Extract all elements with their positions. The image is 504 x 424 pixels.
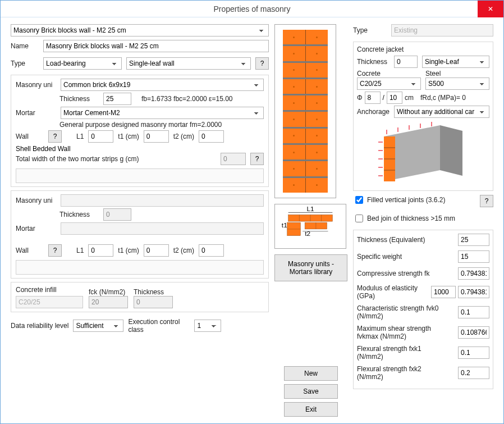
slash-label: / xyxy=(383,94,384,102)
titlebar: Properties of masonry ✕ xyxy=(1,1,503,17)
library-button[interactable]: Masonry units - Mortars library xyxy=(274,254,347,281)
brick-preview xyxy=(274,24,336,198)
save-button[interactable]: Save xyxy=(284,384,338,399)
filled-joints-label: Filled vertical joints (3.6.2) xyxy=(367,196,445,204)
help-wall1-button[interactable]: ? xyxy=(48,130,62,143)
name-label: Name xyxy=(11,42,39,50)
frd-label: fRd,c (MPa)= 0 xyxy=(420,94,466,102)
fvkmax-input[interactable] xyxy=(458,326,489,339)
masonry-selector[interactable]: Masonry Brick blocks wall - M2 25 cm xyxy=(11,24,269,37)
close-icon: ✕ xyxy=(488,5,493,13)
help-wall2-button[interactable]: ? xyxy=(48,244,62,257)
name-input[interactable] xyxy=(43,40,269,52)
anchorage-select[interactable]: Without any additional car xyxy=(394,106,489,118)
cross-section-diagram: L1 t1 t2 xyxy=(274,204,346,249)
E-label: Modulus of elasticity (GPa) xyxy=(357,284,424,300)
help-walltype-button[interactable]: ? xyxy=(255,57,269,70)
t1-1-label: t1 (cm) xyxy=(118,133,139,140)
wall1-label: Wall xyxy=(16,133,44,140)
unit1-select[interactable]: Common brick 6x9x19 xyxy=(61,79,264,91)
jacket-steel-label: Steel xyxy=(425,70,489,77)
svg-text:t2: t2 xyxy=(305,230,310,238)
t2-2-label: t2 (cm) xyxy=(173,247,194,254)
jacket-concrete-select[interactable]: C20/25 xyxy=(357,77,421,90)
fk-label: Compressive strength fk xyxy=(357,270,429,277)
t1-1-input[interactable] xyxy=(144,130,169,143)
fk-input[interactable] xyxy=(458,267,489,280)
filled-joints-checkbox[interactable] xyxy=(355,196,363,204)
L1-1-label: L1 xyxy=(76,133,84,140)
jacket-thk-input[interactable] xyxy=(394,56,418,68)
concrete-jacket-group: Concrete jacket Thickness Single-Leaf Co… xyxy=(353,42,493,191)
unit1-label: Masonry uni xyxy=(16,81,56,89)
fxk1-input[interactable] xyxy=(458,347,489,359)
t1-2-label: t1 (cm) xyxy=(118,247,139,254)
fvk0-input[interactable] xyxy=(458,306,489,318)
spacing-input[interactable] xyxy=(387,92,402,104)
close-button[interactable]: ✕ xyxy=(478,1,503,17)
fb-text: fb=1.6733 fbc=2.0000 ε=15.00 xyxy=(141,95,233,103)
jacket-thk-label: Thickness xyxy=(357,58,390,66)
t2-2-input[interactable] xyxy=(199,244,224,257)
jacket-title: Concrete jacket xyxy=(357,45,489,53)
bed-joint-label: Bed join of thickness >15 mm xyxy=(367,215,455,222)
right-type-label: Type xyxy=(353,26,387,34)
mortar2-select xyxy=(61,222,264,235)
unit2-label: Masonry uni xyxy=(16,197,56,204)
L1-2-label: L1 xyxy=(76,247,84,254)
type-label: Type xyxy=(11,60,39,67)
thk1-input[interactable] xyxy=(103,93,131,105)
E-input[interactable] xyxy=(458,286,489,298)
shell-text: Total width of the two mortar strips g (… xyxy=(16,155,216,163)
jacket-diagram xyxy=(367,120,479,187)
jacket-steel-select[interactable]: S500 xyxy=(425,77,489,90)
cm-label: cm xyxy=(405,94,414,102)
E-mult-input[interactable] xyxy=(431,286,456,298)
t1-2-input[interactable] xyxy=(144,244,169,257)
jacket-leaf-select[interactable]: Single-Leaf xyxy=(422,56,489,68)
fxk2-label: Flexural strength fxk2 (N/mm2) xyxy=(357,365,447,381)
help-shell-button[interactable]: ? xyxy=(250,153,264,165)
help-joints-button[interactable]: ? xyxy=(480,195,493,207)
infill-concrete-select: C20/25 xyxy=(16,296,83,308)
eq-thk-label: Thickness (Equivalent) xyxy=(357,236,425,244)
existing-select: Existing xyxy=(391,24,493,37)
phi-input[interactable] xyxy=(365,92,381,104)
wall2-label: Wall xyxy=(16,247,44,254)
mortar1-label: Mortar xyxy=(16,109,56,117)
reliability-label: Data reliability level xyxy=(11,322,68,330)
bed-joint-checkbox[interactable] xyxy=(355,215,363,222)
svg-marker-14 xyxy=(440,125,462,176)
phi-label: Φ xyxy=(357,94,363,102)
mortar1-select[interactable]: Mortar Cement-M2 xyxy=(61,107,264,119)
infill-title: Concrete infill xyxy=(16,286,83,294)
mortar1-text: General purpose designed masonry mortar … xyxy=(59,121,222,129)
exec-class-select[interactable]: 1 xyxy=(194,320,221,332)
sw-input[interactable] xyxy=(458,250,489,263)
thk2-label: Thickness xyxy=(59,211,99,218)
svg-text:L1: L1 xyxy=(306,207,314,213)
fxk2-input[interactable] xyxy=(458,367,489,379)
reliability-select[interactable]: Sufficient xyxy=(73,320,123,332)
eq-thk-input[interactable] xyxy=(458,234,489,246)
loadbearing-select[interactable]: Load-bearing xyxy=(43,57,122,70)
leaf1-preview xyxy=(16,168,264,183)
t2-1-input[interactable] xyxy=(199,130,224,143)
L1-1-input[interactable] xyxy=(88,130,113,143)
infill-group: Concrete infill C20/25 fck (N/mm2) Thick… xyxy=(11,282,269,312)
fvk0-label: Characteristic strength fvk0 (N/mm2) xyxy=(357,304,447,320)
thk2-input xyxy=(103,208,131,221)
new-button[interactable]: New xyxy=(284,366,338,381)
leaf2-preview xyxy=(16,260,264,275)
exit-button[interactable]: Exit xyxy=(284,402,338,417)
wall-type-select[interactable]: Single-leaf wall xyxy=(126,57,251,70)
masonry-leaf2-group: Masonry uni Thickness Mortar Wall ? L1 xyxy=(11,190,269,279)
exec-label: Execution control class xyxy=(128,318,190,334)
fvkmax-label: Maximum shear strength fvkmax (N/mm2) xyxy=(357,325,447,340)
infill-fck-input xyxy=(89,296,128,308)
t2-1-label: t2 (cm) xyxy=(173,133,194,140)
unit2-select xyxy=(61,194,264,207)
L1-2-input[interactable] xyxy=(88,244,113,257)
shell-label: Shell Bedded Wall xyxy=(16,145,264,153)
mortar2-label: Mortar xyxy=(16,225,56,232)
